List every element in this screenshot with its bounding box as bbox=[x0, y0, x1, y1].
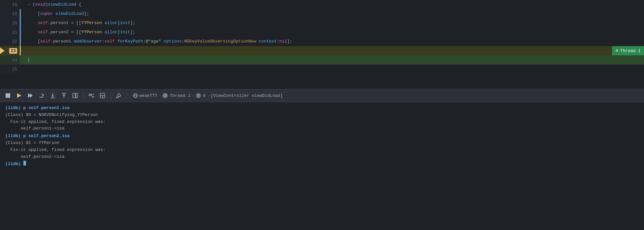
svg-rect-13 bbox=[76, 93, 77, 98]
token: - ( bbox=[27, 0, 35, 9]
step-over-button[interactable] bbox=[37, 91, 46, 100]
svg-marker-7 bbox=[51, 96, 54, 97]
line-number-24: 24 bbox=[12, 58, 17, 63]
token: options bbox=[164, 37, 182, 46]
simulate-icon bbox=[116, 93, 122, 99]
line-gutter-21: 21 bbox=[0, 28, 20, 37]
breadcrumb-app[interactable]: weakTTT bbox=[139, 93, 158, 98]
console-output-4: self.person1->isa bbox=[5, 125, 64, 132]
code-line-21: 21 self.person2 = [[YYPerson alloc]init]… bbox=[0, 28, 644, 37]
token: YYPerson bbox=[81, 18, 102, 28]
editor-area: 18 - (void)viewDidLoad { 19 [super viewD… bbox=[0, 0, 644, 89]
console-line-9: (lldb) bbox=[5, 161, 639, 168]
frame-button[interactable] bbox=[71, 91, 80, 100]
token: NSKeyValueObservingOptionNew bbox=[184, 37, 256, 46]
toolbar-sep-2 bbox=[110, 92, 111, 99]
line-content-25 bbox=[21, 65, 644, 74]
line-gutter-18: 18 bbox=[0, 0, 20, 9]
line-gutter-19: 19 bbox=[0, 9, 20, 18]
thread-badge-icon: ≡ bbox=[615, 48, 618, 53]
console-prompt-label-1: (lldb) bbox=[5, 105, 23, 112]
console-output-3: Fix-it applied, fixed expression was: bbox=[5, 119, 105, 126]
token: self bbox=[104, 37, 115, 46]
token bbox=[256, 37, 259, 46]
line-number-25: 25 bbox=[12, 67, 17, 72]
console-command-1: p self.person1.isa bbox=[23, 105, 70, 112]
console-command-5: p self.person2.isa bbox=[23, 133, 70, 140]
line-number-23: 23 bbox=[9, 48, 17, 54]
token: ]; bbox=[287, 37, 292, 46]
console-output-8: self.person2->isa bbox=[5, 154, 64, 160]
token: self bbox=[38, 28, 48, 37]
token: @"age" bbox=[146, 37, 161, 46]
svg-marker-10 bbox=[63, 94, 65, 96]
token: YYPerson bbox=[81, 28, 102, 37]
console-line-8: self.person2->isa bbox=[5, 154, 639, 160]
step-into-icon bbox=[50, 93, 56, 99]
breadcrumb: weakTTT › Thread 1 › 0 -[ViewControll bbox=[133, 93, 283, 98]
code-line-24: 24 } bbox=[0, 55, 644, 65]
options-button[interactable] bbox=[87, 91, 96, 100]
svg-point-15 bbox=[91, 95, 92, 96]
code-line-20: 20 self.person1 = [[YYPerson alloc]init]… bbox=[0, 18, 644, 28]
token bbox=[102, 18, 104, 28]
line-number-21: 21 bbox=[12, 30, 17, 35]
line-content-24: } bbox=[21, 55, 644, 65]
svg-rect-12 bbox=[73, 93, 75, 98]
code-line-18: 18 - (void)viewDidLoad { bbox=[0, 0, 644, 9]
token: { bbox=[76, 0, 81, 9]
globe-icon bbox=[133, 93, 138, 98]
stop-icon bbox=[5, 93, 11, 99]
token: .person1 = [[ bbox=[48, 18, 81, 28]
breadcrumb-method[interactable]: -[ViewController viewDidLoad] bbox=[208, 93, 282, 98]
token: alloc bbox=[104, 18, 117, 28]
token: ]; bbox=[84, 9, 89, 18]
line-gutter-24: 24 bbox=[0, 55, 20, 65]
svg-marker-3 bbox=[30, 93, 33, 98]
xcode-window: 18 - (void)viewDidLoad { 19 [super viewD… bbox=[0, 0, 644, 230]
console-output-6: (Class) $1 = YYPerson bbox=[5, 140, 59, 147]
console-output-7: Fix-it applied, fixed expression was: bbox=[5, 147, 105, 154]
token: super bbox=[40, 9, 53, 18]
token bbox=[115, 37, 117, 46]
breadcrumb-thread[interactable]: Thread 1 bbox=[170, 93, 190, 98]
token: alloc bbox=[104, 28, 117, 37]
breadcrumb-chevron-2: › bbox=[192, 93, 194, 98]
debug-toolbar: weakTTT › Thread 1 › 0 -[ViewControll bbox=[0, 89, 644, 102]
token bbox=[102, 28, 104, 37]
token: void bbox=[35, 0, 45, 9]
execution-arrow bbox=[0, 47, 5, 54]
code-line-25: 25 bbox=[0, 65, 644, 74]
step-out-icon bbox=[61, 93, 67, 99]
console-line-7: Fix-it applied, fixed expression was: bbox=[5, 147, 639, 154]
thread-icon bbox=[162, 93, 168, 98]
step-into-button[interactable] bbox=[48, 91, 57, 100]
step-out-button[interactable] bbox=[59, 91, 69, 100]
simulate-button[interactable] bbox=[114, 91, 123, 100]
token bbox=[27, 18, 38, 28]
continue-button[interactable] bbox=[26, 91, 35, 100]
line-number-19: 19 bbox=[12, 12, 17, 16]
console-line-4: self.person1->isa bbox=[5, 125, 639, 132]
stop-button[interactable] bbox=[3, 91, 13, 100]
frame-icon bbox=[72, 93, 78, 99]
token: : bbox=[143, 37, 146, 46]
layout-button[interactable] bbox=[98, 91, 107, 100]
token: .person2 = [[ bbox=[48, 28, 81, 37]
line-number-20: 20 bbox=[12, 21, 17, 26]
svg-marker-1 bbox=[17, 93, 21, 98]
token bbox=[27, 28, 38, 37]
token: : bbox=[102, 37, 104, 46]
thread-badge: ≡ Thread 1 bbox=[612, 46, 644, 55]
breadcrumb-frame-num: 0 bbox=[203, 93, 206, 98]
console-line-2: (Class) $0 = NSKVONotifying_YYPerson bbox=[5, 112, 639, 119]
breakpoint-button[interactable] bbox=[15, 91, 24, 100]
token bbox=[53, 9, 56, 18]
line-content-21: self.person2 = [[YYPerson alloc]init]; bbox=[21, 28, 644, 37]
token: .person1 bbox=[50, 37, 73, 46]
token: forKeyPath bbox=[117, 37, 143, 46]
thread-badge-label: Thread 1 bbox=[620, 48, 641, 53]
token: viewDidLoad bbox=[56, 9, 84, 18]
token: context bbox=[259, 37, 277, 46]
console-cursor[interactable] bbox=[23, 161, 26, 165]
